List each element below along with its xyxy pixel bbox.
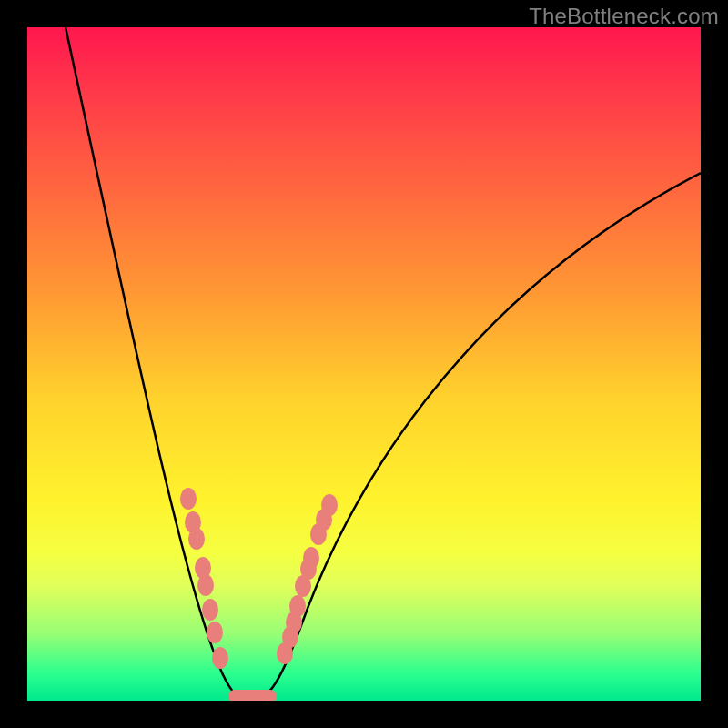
- curve-marker: [195, 557, 211, 579]
- curve-marker: [185, 511, 201, 533]
- curve-marker: [202, 599, 218, 621]
- curve-marker: [207, 622, 223, 643]
- curve-marker: [286, 612, 302, 633]
- curve-marker: [277, 642, 293, 664]
- curve-marker: [180, 488, 197, 510]
- bottleneck-curve: [66, 27, 701, 701]
- curve-marker: [316, 509, 332, 531]
- curve-marker: [289, 595, 306, 617]
- curve-marker: [295, 575, 311, 597]
- curve-marker: [197, 574, 214, 596]
- curve-marker: [303, 547, 319, 569]
- curve-marker: [321, 494, 338, 516]
- curve-marker: [212, 647, 228, 669]
- watermark-text: TheBottleneck.com: [529, 4, 719, 29]
- chart-svg: [27, 27, 701, 701]
- curve-marker: [282, 626, 298, 648]
- trough-marker: [228, 690, 277, 701]
- curve-marker: [310, 523, 327, 545]
- curve-marker: [188, 528, 205, 550]
- chart-plot-area: [27, 27, 701, 701]
- curve-marker: [300, 558, 317, 580]
